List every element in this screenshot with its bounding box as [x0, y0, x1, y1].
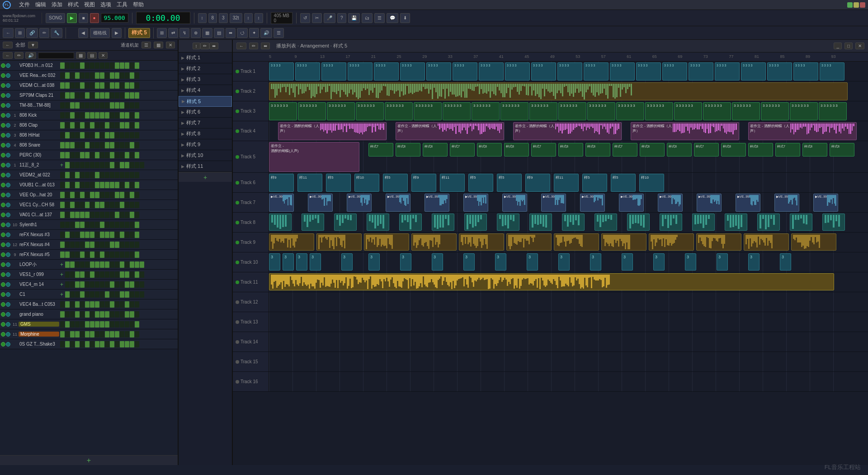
arr-synth-block[interactable]: ▶VE..99 — [619, 194, 644, 212]
channel-pad[interactable] — [115, 122, 119, 128]
beat-counter-6[interactable]: ↕ — [255, 13, 263, 23]
channel-name[interactable]: PERC (30) — [19, 152, 59, 157]
channel-pad[interactable] — [65, 192, 70, 198]
channel-pad[interactable] — [135, 132, 139, 138]
stop-btn[interactable]: ■ — [79, 13, 88, 23]
channel-pad[interactable] — [110, 82, 114, 89]
channel-pad[interactable] — [80, 182, 85, 188]
arr-beat-block[interactable]: 3 — [558, 253, 570, 271]
channel-pad[interactable] — [90, 102, 94, 109]
channel-pad[interactable] — [95, 301, 99, 308]
channel-row[interactable]: 4 808 Snare — [0, 140, 178, 150]
tb2-draw[interactable]: ✏ — [39, 28, 49, 38]
channel-pad[interactable] — [115, 142, 119, 148]
channel-pad[interactable] — [60, 152, 65, 158]
channel-pad[interactable] — [75, 102, 80, 109]
channel-pad[interactable] — [95, 311, 99, 318]
channel-pad[interactable] — [105, 291, 109, 298]
channel-pad[interactable] — [75, 182, 80, 188]
channel-solo-btn[interactable] — [6, 73, 10, 78]
channel-pad[interactable] — [85, 291, 90, 298]
channel-pad[interactable] — [120, 162, 124, 168]
channel-pad[interactable] — [90, 321, 94, 328]
channel-pad[interactable] — [125, 242, 129, 248]
channel-pad[interactable] — [110, 301, 114, 308]
channel-pad[interactable] — [60, 202, 65, 208]
arr-synth-block[interactable]: ▶VE..99 — [541, 194, 566, 212]
channel-pad[interactable] — [135, 331, 139, 337]
tb2-icon5[interactable]: ▦ — [202, 28, 212, 38]
channel-pad[interactable] — [110, 222, 114, 228]
channel-pad[interactable] — [135, 252, 139, 258]
arr-synth-block[interactable] — [660, 214, 682, 231]
channel-pad[interactable] — [130, 82, 134, 89]
channel-pad[interactable] — [115, 311, 119, 318]
menu-view[interactable]: 视图 — [84, 1, 95, 9]
channel-pad[interactable] — [105, 261, 109, 268]
arr-block[interactable]: 3 3 3 3 3 3 — [761, 102, 789, 120]
menu-help[interactable]: 帮助 — [133, 1, 144, 9]
channel-pad[interactable] — [135, 72, 139, 79]
channel-pad[interactable] — [85, 311, 90, 318]
channel-pad[interactable] — [80, 62, 85, 69]
channel-pad[interactable] — [75, 311, 80, 318]
channel-pad[interactable] — [60, 172, 65, 178]
channel-pad[interactable] — [120, 202, 124, 208]
arr-track-content[interactable]: 3333333333333333333 — [269, 252, 868, 272]
channel-active-btn[interactable] — [1, 213, 5, 217]
arr-track-label[interactable]: Track 7 — [233, 193, 269, 212]
channel-solo-btn[interactable] — [6, 292, 10, 297]
cut-btn[interactable]: ✂ — [312, 13, 322, 23]
channel-pad[interactable] — [65, 72, 70, 79]
channel-pad[interactable] — [100, 112, 104, 119]
channel-active-btn[interactable] — [1, 272, 5, 277]
help-btn[interactable]: ? — [337, 13, 346, 23]
ch-filter-btn[interactable]: ▼ — [28, 42, 38, 48]
channel-solo-btn[interactable] — [6, 93, 10, 98]
channel-name[interactable]: VEE Op...hat 20 — [19, 192, 59, 197]
channel-pad[interactable] — [120, 82, 124, 89]
channel-pad[interactable] — [125, 212, 129, 218]
arr-track-label[interactable]: Track 5 — [233, 141, 269, 172]
channel-name[interactable]: VEDM Cl...at 038 — [19, 83, 59, 88]
channel-pad[interactable] — [115, 132, 119, 138]
channel-pad[interactable] — [80, 271, 85, 278]
channel-pad[interactable] — [80, 172, 85, 178]
arr-block[interactable]: 3 3 3 3 — [295, 62, 320, 81]
channel-row[interactable]: VEDM Cl...at 038 — [0, 81, 178, 90]
channel-pad[interactable] — [80, 232, 85, 238]
channel-solo-btn[interactable] — [6, 302, 10, 307]
arr-block[interactable]: 3 3 3 3 — [715, 62, 740, 81]
channel-active-btn[interactable] — [1, 83, 5, 88]
arr-small-block[interactable]: 样式7 — [775, 143, 800, 157]
arr-small-block[interactable]: 样式8 — [504, 143, 529, 157]
arr-vocal-block[interactable]: 崔作立 - 酒醉的蝴蝶（人声） — [748, 122, 857, 140]
channel-pad[interactable] — [100, 82, 104, 89]
channel-pad[interactable] — [110, 142, 114, 148]
ch-close-btn[interactable]: ✕ — [166, 42, 175, 48]
channel-pad[interactable] — [110, 152, 114, 158]
channel-pad[interactable] — [135, 152, 139, 158]
record-btn[interactable]: ● — [90, 13, 99, 23]
ch-tool-col[interactable]: ▦ — [76, 52, 85, 59]
menu-tools[interactable]: 工具 — [117, 1, 127, 9]
channel-pad[interactable] — [95, 281, 99, 288]
arr-small-block[interactable]: 样式8 — [802, 143, 827, 157]
channel-pad[interactable] — [105, 212, 109, 218]
channel-pad[interactable] — [80, 102, 85, 109]
channel-pad[interactable] — [85, 192, 90, 198]
pattern-item[interactable]: ▶样式 10 — [179, 150, 232, 161]
channel-active-btn[interactable] — [1, 262, 5, 267]
channel-pad[interactable] — [90, 132, 94, 138]
channel-pad[interactable] — [75, 202, 80, 208]
channel-pad[interactable] — [85, 142, 90, 148]
channel-pad[interactable] — [70, 331, 75, 337]
channel-plus-btn[interactable]: + — [59, 261, 64, 268]
channel-pad[interactable] — [115, 182, 119, 188]
channel-pad[interactable] — [75, 62, 80, 69]
channel-pad[interactable] — [105, 242, 109, 248]
channel-row[interactable]: VEE Rea...ec 032 — [0, 71, 178, 81]
arr-block[interactable]: 3 3 3 3 — [557, 62, 582, 81]
channel-pad[interactable] — [75, 142, 80, 148]
channel-name[interactable]: VF0B3 H...n 012 — [19, 63, 59, 68]
